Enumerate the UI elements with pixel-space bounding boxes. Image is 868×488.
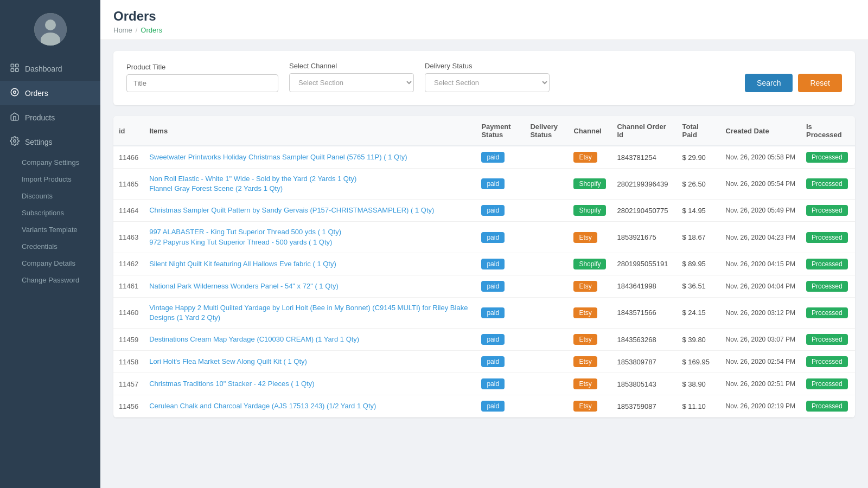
table-row: 11462 Silent Night Quilt Kit featuring A… xyxy=(113,253,855,275)
cell-channel-order-id: 1853759087 xyxy=(611,395,676,418)
svg-point-1 xyxy=(45,20,56,30)
channel-select[interactable]: Select Section xyxy=(289,73,414,92)
cell-items: Sweetwater Printworks Holiday Christmas … xyxy=(144,146,476,169)
svg-rect-4 xyxy=(16,64,18,67)
cell-total-paid: $ 89.95 xyxy=(676,253,720,275)
cell-delivery-status xyxy=(525,275,568,297)
sidebar-item-variants-template[interactable]: Variants Template xyxy=(0,221,100,238)
payment-status-badge: paid xyxy=(481,378,505,389)
cell-total-paid: $ 14.95 xyxy=(676,200,720,222)
payment-status-badge: paid xyxy=(481,356,505,367)
table-row: 11466 Sweetwater Printworks Holiday Chri… xyxy=(113,146,855,169)
cell-payment-status: paid xyxy=(476,329,525,351)
cell-total-paid: $ 29.90 xyxy=(676,146,720,169)
breadcrumb-current: Orders xyxy=(141,26,162,34)
svg-rect-3 xyxy=(11,64,14,67)
cell-id: 11466 xyxy=(113,146,144,169)
order-item-link[interactable]: 972 Papyrus King Tut Superior Thread - 5… xyxy=(149,237,470,247)
col-header-total-paid: TotalPaid xyxy=(676,116,720,146)
payment-status-badge: paid xyxy=(481,152,505,163)
breadcrumb-home[interactable]: Home xyxy=(113,26,132,34)
processed-badge: Processed xyxy=(806,281,848,292)
delivery-status-select[interactable]: Select Section xyxy=(425,73,550,92)
cell-is-processed: Processed xyxy=(801,222,855,253)
settings-icon xyxy=(10,136,20,147)
order-item-link[interactable]: National Park Wilderness Wonders Panel -… xyxy=(149,281,470,291)
sidebar-item-company-details[interactable]: Company Details xyxy=(0,255,100,272)
cell-id: 11458 xyxy=(113,351,144,373)
cell-payment-status: paid xyxy=(476,351,525,373)
cell-delivery-status xyxy=(525,297,568,328)
cell-channel: Etsy xyxy=(568,395,611,418)
table-row: 11464 Christmas Sampler Quilt Pattern by… xyxy=(113,200,855,222)
main-content: Orders Home / Orders Product Title Selec… xyxy=(100,0,868,488)
sidebar-item-dashboard[interactable]: Dashboard xyxy=(0,56,100,81)
cell-is-processed: Processed xyxy=(801,146,855,169)
cell-id: 11459 xyxy=(113,329,144,351)
order-item-link[interactable]: Cerulean Chalk and Charcoal Yardage (AJS… xyxy=(149,401,470,411)
cell-total-paid: $ 26.50 xyxy=(676,169,720,200)
orders-table: id Items PaymentStatus DeliveryStatus Ch… xyxy=(113,116,855,418)
search-button[interactable]: Search xyxy=(745,74,793,92)
dashboard-icon xyxy=(10,63,20,74)
order-item-link[interactable]: Flannel Gray Forest Scene (2 Yards 1 Qty… xyxy=(149,184,470,194)
cell-delivery-status xyxy=(525,329,568,351)
reset-button[interactable]: Reset xyxy=(798,74,842,92)
order-item-link[interactable]: Non Roll Elastic - White 1" Wide - Sold … xyxy=(149,174,470,184)
cell-is-processed: Processed xyxy=(801,169,855,200)
cell-total-paid: $ 169.95 xyxy=(676,351,720,373)
filter-card: Product Title Select Channel Select Sect… xyxy=(113,51,855,105)
cell-id: 11461 xyxy=(113,275,144,297)
breadcrumb-separator: / xyxy=(136,26,138,34)
cell-is-processed: Processed xyxy=(801,297,855,328)
order-item-link[interactable]: Lori Holt's Flea Market Sew Along Quilt … xyxy=(149,357,470,367)
orders-icon xyxy=(10,87,20,99)
order-item-link[interactable]: Destinations Cream Map Yardage (C10030 C… xyxy=(149,335,470,344)
order-item-link[interactable]: Vintage Happy 2 Multi Quilted Yardage by… xyxy=(149,303,470,323)
order-item-link[interactable]: 997 ALABASTER - King Tut Superior Thread… xyxy=(149,227,470,237)
cell-created-date: Nov. 26, 2020 03:07 PM xyxy=(720,329,801,351)
avatar xyxy=(34,13,67,46)
cell-total-paid: $ 11.10 xyxy=(676,395,720,418)
channel-badge: Etsy xyxy=(573,307,597,318)
sidebar-item-company-settings[interactable]: Company Settings xyxy=(0,154,100,171)
sidebar-item-credentials[interactable]: Credentials xyxy=(0,238,100,255)
cell-payment-status: paid xyxy=(476,169,525,200)
cell-total-paid: $ 39.80 xyxy=(676,329,720,351)
order-item-link[interactable]: Sweetwater Printworks Holiday Christmas … xyxy=(149,152,470,162)
sidebar-item-import-products[interactable]: Import Products xyxy=(0,171,100,188)
cell-is-processed: Processed xyxy=(801,275,855,297)
cell-total-paid: $ 18.67 xyxy=(676,222,720,253)
cell-payment-status: paid xyxy=(476,222,525,253)
sidebar-item-products[interactable]: Products xyxy=(0,105,100,130)
sidebar-item-change-password[interactable]: Change Password xyxy=(0,272,100,288)
order-item-link[interactable]: Christmas Traditions 10" Stacker - 42 Pi… xyxy=(149,379,470,389)
cell-delivery-status xyxy=(525,222,568,253)
cell-id: 11456 xyxy=(113,395,144,418)
cell-payment-status: paid xyxy=(476,275,525,297)
payment-status-badge: paid xyxy=(481,281,505,292)
product-title-input[interactable] xyxy=(126,74,278,92)
cell-channel-order-id: 2801995055191 xyxy=(611,253,676,275)
sidebar-item-orders[interactable]: Orders xyxy=(0,81,100,105)
table-row: 11459 Destinations Cream Map Yardage (C1… xyxy=(113,329,855,351)
sidebar-item-settings[interactable]: Settings xyxy=(0,130,100,154)
col-header-channel-order-id: Channel Order Id xyxy=(611,116,676,146)
sidebar-item-subscriptions[interactable]: Subscriptions xyxy=(0,204,100,221)
order-item-link[interactable]: Silent Night Quilt Kit featuring All Hal… xyxy=(149,259,470,269)
avatar-area xyxy=(0,0,100,56)
cell-payment-status: paid xyxy=(476,146,525,169)
col-header-channel: Channel xyxy=(568,116,611,146)
orders-table-card: id Items PaymentStatus DeliveryStatus Ch… xyxy=(113,116,855,418)
cell-items: Non Roll Elastic - White 1" Wide - Sold … xyxy=(144,169,476,200)
cell-delivery-status xyxy=(525,169,568,200)
cell-payment-status: paid xyxy=(476,253,525,275)
order-item-link[interactable]: Christmas Sampler Quilt Pattern by Sandy… xyxy=(149,206,470,215)
page-header: Orders Home / Orders xyxy=(100,0,868,40)
payment-status-badge: paid xyxy=(481,178,505,189)
cell-created-date: Nov. 26, 2020 05:58 PM xyxy=(720,146,801,169)
payment-status-badge: paid xyxy=(481,232,505,243)
sidebar-item-discounts[interactable]: Discounts xyxy=(0,188,100,204)
cell-created-date: Nov. 26, 2020 02:51 PM xyxy=(720,373,801,395)
cell-total-paid: $ 38.90 xyxy=(676,373,720,395)
